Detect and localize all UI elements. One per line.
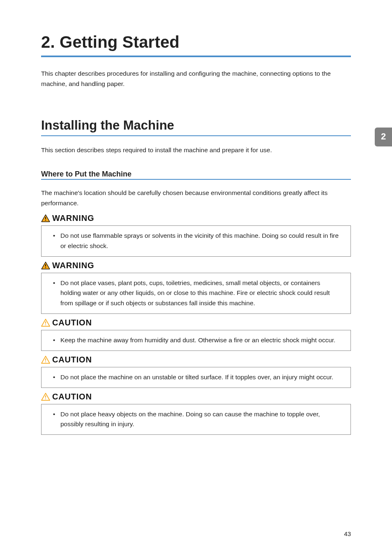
caution-label: CAUTION [41,318,351,327]
caution-box: Do not place heavy objects on the machin… [41,404,351,435]
alert-item: Do not place heavy objects on the machin… [50,409,342,430]
svg-rect-1 [45,217,46,219]
svg-rect-11 [45,361,46,362]
page-number: 43 [344,530,351,537]
section-title: Installing the Machine [41,118,351,133]
alert-item: Keep the machine away from humidity and … [50,335,342,346]
warning-box: Do not use flammable sprays or solvents … [41,225,351,257]
svg-rect-14 [45,398,46,399]
caution-label: CAUTION [41,355,351,364]
chapter-title: 2. Getting Started [41,33,351,51]
subsection-title: Where to Put the Machine [41,170,351,179]
chapter-intro: This chapter describes procedures for in… [41,69,351,89]
caution-triangle-icon [41,319,50,327]
warning-box: Do not place vases, plant pots, cups, to… [41,273,351,314]
caution-triangle-icon [41,356,50,364]
svg-rect-10 [45,358,46,360]
svg-rect-2 [45,220,46,221]
alert-level-text: CAUTION [52,318,92,327]
svg-rect-4 [45,264,46,266]
subsection-title-rule [41,179,351,180]
alert-level-text: WARNING [52,214,94,223]
warning-triangle-icon [41,214,50,222]
alert-item: Do not place the machine on an unstable … [50,372,342,383]
svg-rect-13 [45,395,46,397]
alert-item: Do not use flammable sprays or solvents … [50,231,342,251]
alert-level-text: CAUTION [52,392,92,402]
chapter-tab: 2 [375,128,392,146]
alert-level-text: WARNING [52,261,94,270]
chapter-title-rule [41,56,351,57]
warning-triangle-icon [41,262,50,269]
section-intro: This section describes steps required to… [41,145,351,155]
caution-triangle-icon [41,393,50,401]
document-page: 2 2. Getting Started This chapter descri… [0,0,392,557]
subsection-intro: The machine's location should be careful… [41,188,351,209]
alert-level-text: CAUTION [52,355,92,364]
svg-rect-7 [45,321,46,323]
caution-label: CAUTION [41,392,351,402]
warning-label: WARNING [41,261,351,270]
alert-item: Do not place vases, plant pots, cups, to… [50,278,342,309]
caution-box: Do not place the machine on an unstable … [41,367,351,388]
warning-label: WARNING [41,214,351,223]
caution-box: Keep the machine away from humidity and … [41,330,351,351]
svg-rect-5 [45,267,46,268]
svg-rect-8 [45,325,46,325]
chapter-tab-number: 2 [380,132,386,142]
section-title-rule [41,135,351,136]
